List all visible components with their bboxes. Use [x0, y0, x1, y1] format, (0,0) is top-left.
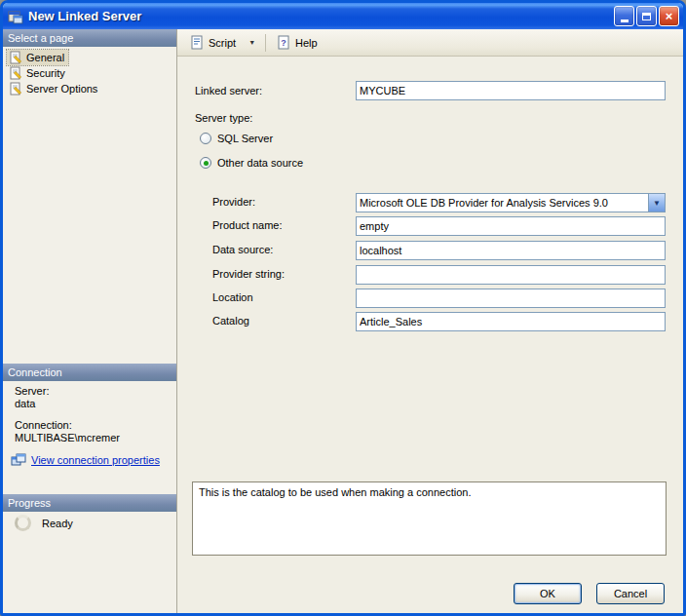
- server-value: data: [15, 398, 35, 409]
- script-button[interactable]: Script: [185, 32, 241, 54]
- provider-select[interactable]: Microsoft OLE DB Provider for Analysis S…: [356, 193, 666, 212]
- help-button[interactable]: ? Help: [272, 32, 323, 54]
- sidebar-item-general[interactable]: General: [7, 50, 68, 65]
- linked-server-input[interactable]: [356, 81, 666, 100]
- field-help-box: This is the catalog to be used when maki…: [192, 481, 667, 556]
- catalog-label: Catalog: [212, 315, 249, 327]
- location-label: Location: [212, 291, 253, 303]
- sidebar-item-server-options[interactable]: Server Options: [7, 81, 101, 96]
- sql-server-radio[interactable]: SQL Server: [200, 133, 273, 144]
- script-button-label: Script: [209, 37, 236, 49]
- select-a-page-header: Select a page: [3, 29, 176, 47]
- other-data-source-radio[interactable]: Other data source: [200, 157, 303, 169]
- toolbar-separator: [265, 34, 266, 52]
- maximize-button[interactable]: [636, 6, 657, 26]
- close-icon: ×: [666, 9, 673, 23]
- provider-selected-value: Microsoft OLE DB Provider for Analysis S…: [357, 197, 648, 209]
- sql-server-radio-label: SQL Server: [217, 133, 273, 144]
- server-label: Server:: [15, 385, 49, 397]
- linked-server-label: Linked server:: [195, 85, 262, 96]
- location-input[interactable]: [356, 289, 666, 308]
- view-connection-properties-link[interactable]: View connection properties: [11, 452, 160, 468]
- provider-string-input[interactable]: [356, 265, 666, 285]
- sidebar: Select a page General Security Server Op…: [3, 29, 177, 613]
- radio-unselected-icon: [200, 133, 211, 144]
- svg-text:?: ?: [281, 38, 286, 48]
- page-icon: [9, 66, 22, 80]
- sidebar-item-label: Server Options: [26, 83, 97, 95]
- dialog-body: Select a page General Security Server Op…: [3, 29, 683, 613]
- radio-selected-icon: [200, 157, 211, 169]
- progress-status: Ready: [42, 518, 73, 529]
- window-server-icon: [8, 9, 23, 24]
- window-controls: ×: [612, 6, 679, 26]
- chevron-down-icon: ▼: [246, 39, 258, 46]
- page-icon: [9, 51, 22, 64]
- catalog-input[interactable]: [356, 312, 666, 331]
- provider-label: Provider:: [212, 196, 255, 208]
- product-name-input[interactable]: [356, 216, 666, 236]
- connection-label: Connection:: [15, 419, 72, 431]
- provider-string-label: Provider string:: [212, 268, 285, 280]
- close-button[interactable]: ×: [659, 6, 679, 26]
- progress-spinner-icon: [15, 515, 31, 531]
- new-linked-server-dialog: New Linked Server × Select a page Genera…: [0, 0, 686, 616]
- ok-button[interactable]: OK: [514, 583, 582, 604]
- window-title: New Linked Server: [28, 9, 612, 23]
- minimize-icon: [621, 19, 629, 22]
- toolbar: Script ▼ ? Help: [177, 29, 683, 57]
- server-type-label: Server type:: [195, 112, 252, 124]
- data-source-label: Data source:: [212, 244, 273, 255]
- field-help-text: This is the catalog to be used when maki…: [199, 486, 471, 498]
- help-icon: ?: [277, 35, 291, 50]
- view-connection-properties-label: View connection properties: [31, 454, 160, 466]
- script-dropdown-button[interactable]: ▼: [241, 32, 261, 54]
- help-button-label: Help: [295, 37, 318, 49]
- titlebar[interactable]: New Linked Server ×: [3, 3, 683, 29]
- script-icon: [190, 35, 205, 50]
- connection-header: Connection: [3, 364, 176, 381]
- data-source-input[interactable]: [356, 241, 666, 260]
- connection-properties-icon: [11, 452, 26, 468]
- sidebar-item-label: General: [26, 52, 64, 63]
- maximize-icon: [642, 13, 651, 20]
- cancel-button[interactable]: Cancel: [596, 583, 665, 604]
- connection-value: MULTIBASE\mcremer: [15, 432, 120, 443]
- page-icon: [9, 82, 22, 96]
- other-data-source-radio-label: Other data source: [217, 157, 303, 169]
- sidebar-item-label: Security: [26, 67, 65, 79]
- minimize-button[interactable]: [614, 6, 634, 26]
- main-pane: Script ▼ ? Help Linked server: Server ty…: [177, 29, 683, 613]
- product-name-label: Product name:: [212, 219, 283, 231]
- combo-dropdown-icon[interactable]: ▼: [648, 194, 665, 212]
- sidebar-item-security[interactable]: Security: [7, 65, 69, 81]
- progress-header: Progress: [3, 494, 176, 512]
